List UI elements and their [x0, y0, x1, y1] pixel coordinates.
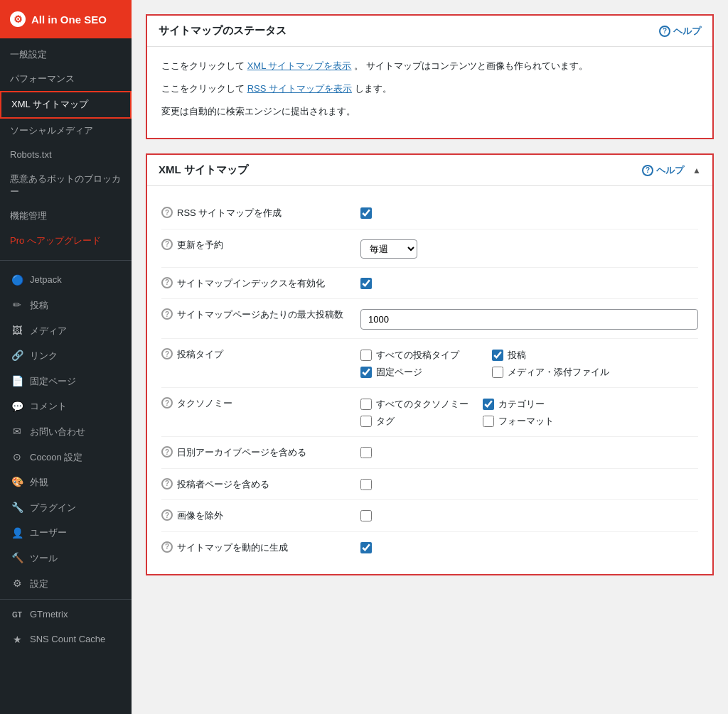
tags-checkbox[interactable] [360, 416, 372, 427]
status-text-3: 変更は自動的に検索エンジンに提出されます。 [161, 104, 698, 119]
sidebar-item-general[interactable]: 一般設定 [0, 43, 132, 67]
gtmetrix-icon: GT [10, 610, 24, 620]
posts-checkbox[interactable] [492, 350, 503, 361]
exclude-images-checkbox[interactable] [360, 510, 372, 521]
sidebar-item-label: Pro へアップグレード [10, 234, 101, 247]
sidebar-item-label: 設定 [30, 578, 48, 590]
status-text-2: ここをクリックして RSS サイトマップを表示 します。 [161, 81, 698, 97]
plugins-icon: 🔧 [10, 501, 24, 515]
max-posts-label: ? サイトマップページあたりの最大投稿数 [161, 308, 360, 322]
format-option[interactable]: フォーマット [483, 415, 591, 428]
question-icon-4: ? [161, 308, 173, 320]
sidebar-item-contact[interactable]: ✉ お問い合わせ [0, 419, 132, 445]
categories-checkbox[interactable] [483, 399, 494, 410]
sidebar-item-label: ツール [30, 552, 58, 565]
sns-icon: ★ [10, 633, 24, 647]
sidebar-divider-2 [0, 599, 132, 600]
sidebar-item-label: ユーザー [30, 526, 67, 539]
sidebar-item-users[interactable]: 👤 ユーザー [0, 521, 132, 546]
update-schedule-select[interactable]: 毎時 毎日 毎週 毎月 [360, 239, 417, 259]
xml-card-header-actions: ? ヘルプ ▲ [642, 164, 701, 177]
daily-archive-control [360, 445, 698, 458]
row-author-pages: ? 投稿者ページを含める [161, 469, 698, 501]
sidebar-item-cocoon[interactable]: ⊙ Cocoon 設定 [0, 445, 132, 470]
max-posts-input[interactable] [360, 309, 698, 330]
xml-help-label: ヘルプ [656, 164, 684, 177]
sidebar-item-label: XML サイトマップ [11, 98, 88, 111]
rss-sitemap-link[interactable]: RSS サイトマップを表示 [247, 83, 352, 94]
sidebar-item-media[interactable]: 🖼 メディア [0, 318, 132, 344]
row-dynamic-sitemap: ? サイトマップを動的に生成 [161, 532, 698, 563]
sidebar-header[interactable]: ⚙ All in One SEO [0, 0, 132, 38]
post-types-label: ? 投稿タイプ [161, 347, 360, 362]
xml-card-header: XML サイトマップ ? ヘルプ ▲ [147, 155, 712, 185]
status-card-title: サイトマップのステータス [159, 24, 287, 38]
sidebar-item-performance[interactable]: パフォーマンス [0, 67, 132, 91]
author-pages-checkbox[interactable] [360, 479, 372, 490]
sidebar-item-robots[interactable]: Robots.txt [0, 143, 132, 167]
sidebar-divider [0, 260, 132, 261]
question-icon-9: ? [161, 509, 173, 521]
users-icon: 👤 [10, 526, 24, 541]
links-icon: 🔗 [10, 349, 24, 363]
sidebar-item-social[interactable]: ソーシャルメディア [0, 119, 132, 143]
sidebar-item-posts[interactable]: ✏ 投稿 [0, 293, 132, 318]
sidebar-item-label: GTmetrix [30, 608, 68, 621]
daily-archive-checkbox[interactable] [360, 447, 372, 458]
sidebar-item-comments[interactable]: 💬 コメント [0, 394, 132, 420]
format-checkbox[interactable] [483, 416, 494, 427]
pages-option[interactable]: 固定ページ [360, 366, 478, 379]
dynamic-sitemap-control [360, 541, 698, 553]
all-taxonomies-option[interactable]: すべてのタクソノミー [360, 398, 469, 411]
author-pages-control [360, 477, 698, 490]
sidebar-item-label: パフォーマンス [10, 72, 75, 85]
sidebar-item-bad-bots[interactable]: 悪意あるボットのブロッカー [0, 167, 132, 204]
pages-checkbox[interactable] [360, 367, 372, 378]
sidebar-item-label: 外観 [30, 476, 48, 489]
categories-option[interactable]: カテゴリー [483, 398, 591, 411]
media-icon: 🖼 [10, 324, 24, 338]
aioseo-logo-icon: ⚙ [10, 11, 26, 27]
all-post-types-checkbox[interactable] [360, 350, 372, 361]
sidebar-item-label: 悪意あるボットのブロッカー [10, 173, 122, 198]
sidebar-item-settings[interactable]: ⚙ 設定 [0, 571, 132, 597]
all-post-types-option[interactable]: すべての投稿タイプ [360, 349, 478, 362]
sidebar-item-plugins[interactable]: 🔧 プラグイン [0, 495, 132, 521]
row-update-schedule: ? 更新を予約 毎時 毎日 毎週 毎月 [161, 229, 698, 268]
media-checkbox[interactable] [492, 367, 503, 378]
sidebar-item-jetpack[interactable]: 🔵 Jetpack [0, 268, 132, 293]
cocoon-icon: ⊙ [10, 450, 24, 465]
status-card-body: ここをクリックして XML サイトマップを表示 。 サイトマップはコンテンツと画… [147, 46, 712, 138]
aioseo-menu: 一般設定 パフォーマンス XML サイトマップ ソーシャルメディア Robots… [0, 38, 132, 257]
sitemap-index-checkbox[interactable] [360, 278, 372, 289]
sidebar-item-links[interactable]: 🔗 リンク [0, 343, 132, 369]
sidebar-item-appearance[interactable]: 🎨 外観 [0, 470, 132, 495]
xml-sitemap-link[interactable]: XML サイトマップを表示 [247, 60, 352, 71]
sidebar-item-label: リンク [30, 350, 58, 362]
all-taxonomies-checkbox[interactable] [360, 399, 372, 410]
collapse-icon[interactable]: ▲ [692, 166, 701, 175]
sidebar-item-sns-count[interactable]: ★ SNS Count Cache [0, 627, 132, 653]
sidebar-title: All in One SEO [31, 13, 107, 26]
media-option[interactable]: メディア・添付ファイル [492, 366, 609, 379]
sidebar-item-tools[interactable]: 🔨 ツール [0, 546, 132, 571]
taxonomy-control: すべてのタクソノミー カテゴリー タグ フォーマット [360, 396, 698, 428]
sidebar-item-features[interactable]: 機能管理 [0, 204, 132, 228]
exclude-images-control [360, 509, 698, 521]
sidebar-item-pages[interactable]: 📄 固定ページ [0, 369, 132, 394]
sidebar-item-gtmetrix[interactable]: GT GTmetrix [0, 602, 132, 627]
sidebar-item-pro-upgrade[interactable]: Pro へアップグレード [0, 229, 132, 253]
rss-sitemap-label: ? RSS サイトマップを作成 [161, 206, 360, 220]
xml-help-button[interactable]: ? ヘルプ [642, 164, 684, 177]
sidebar-item-label: Jetpack [30, 274, 62, 286]
posts-option[interactable]: 投稿 [492, 349, 609, 362]
appearance-icon: 🎨 [10, 475, 24, 489]
sitemap-index-label: ? サイトマップインデックスを有効化 [161, 276, 360, 291]
rss-sitemap-checkbox[interactable] [360, 207, 372, 219]
sidebar-item-xml-sitemap[interactable]: XML サイトマップ [0, 91, 132, 118]
question-icon-8: ? [161, 478, 173, 489]
row-taxonomy: ? タクソノミー すべてのタクソノミー カテゴリー [161, 388, 698, 437]
dynamic-sitemap-checkbox[interactable] [360, 542, 372, 553]
status-help-button[interactable]: ? ヘルプ [659, 25, 701, 38]
tags-option[interactable]: タグ [360, 415, 469, 428]
